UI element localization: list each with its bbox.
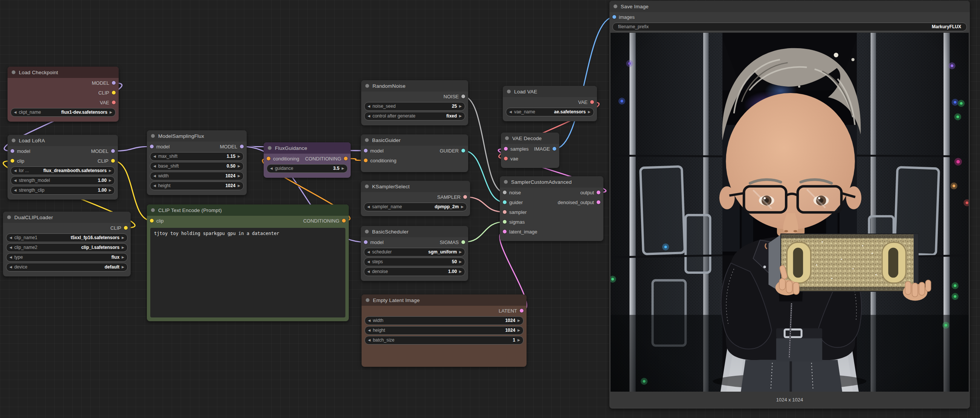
widget-increment-icon[interactable]: ▶ bbox=[238, 174, 240, 178]
input-port-model[interactable]: model bbox=[11, 148, 30, 154]
node-randomnoise[interactable]: RandomNoiseNOISE◀noise_seed25▶◀control a… bbox=[361, 80, 468, 126]
widget-increment-icon[interactable]: ▶ bbox=[122, 246, 124, 249]
widget-increment-icon[interactable]: ▶ bbox=[517, 339, 520, 342]
collapse-dot-icon[interactable] bbox=[505, 136, 509, 140]
node-clip-text-encode-prompt[interactable]: CLIP Text Encode (Prompt)clipCONDITIONIN… bbox=[147, 205, 349, 321]
input-port-dot[interactable] bbox=[364, 159, 368, 162]
widget-increment-icon[interactable]: ▶ bbox=[517, 319, 520, 323]
node-modelsamplingflux[interactable]: ModelSamplingFluxmodelMODEL◀max_shift1.1… bbox=[147, 130, 247, 195]
node-save-image[interactable]: Save Imageimagesfilename_prefixMarkuryFL… bbox=[609, 1, 970, 408]
collapse-dot-icon[interactable] bbox=[151, 134, 155, 138]
input-port-conditioning[interactable]: conditioning bbox=[267, 156, 299, 162]
widget-clip-name1[interactable]: ◀clip_name1t5xxl_fp16.safetensors▶ bbox=[6, 234, 128, 242]
node-title-bar[interactable]: Load LoRA bbox=[8, 135, 118, 146]
output-port-dot[interactable] bbox=[112, 100, 116, 104]
widget-denoise[interactable]: ◀denoise1.00▶ bbox=[364, 267, 465, 276]
input-port-dot[interactable] bbox=[364, 240, 368, 244]
output-port-noise[interactable]: NOISE bbox=[444, 94, 465, 99]
widget-decrement-icon[interactable]: ◀ bbox=[153, 165, 156, 168]
widget-filename-prefix[interactable]: filename_prefixMarkuryFLUX bbox=[612, 22, 967, 31]
widget-decrement-icon[interactable]: ◀ bbox=[10, 246, 12, 249]
widget-increment-icon[interactable]: ▶ bbox=[588, 110, 590, 114]
collapse-dot-icon[interactable] bbox=[12, 138, 16, 142]
widget-base-shift[interactable]: ◀base_shift0.50▶ bbox=[150, 162, 244, 171]
output-port-dot[interactable] bbox=[344, 157, 348, 161]
node-title-bar[interactable]: CLIP Text Encode (Prompt) bbox=[147, 205, 349, 216]
input-port-dot[interactable] bbox=[503, 200, 507, 204]
output-port-dot[interactable] bbox=[552, 147, 556, 151]
output-port-dot[interactable] bbox=[461, 95, 465, 98]
output-port-dot[interactable] bbox=[342, 219, 346, 223]
widget-control-after-generate[interactable]: ◀control after generatefixed▶ bbox=[364, 112, 465, 121]
output-port-dot[interactable] bbox=[111, 149, 115, 153]
node-title-bar[interactable]: Load VAE bbox=[503, 86, 597, 97]
input-port-dot[interactable] bbox=[150, 145, 154, 148]
collapse-dot-icon[interactable] bbox=[614, 5, 617, 8]
widget-vae-name[interactable]: ◀vae_nameae.safetensors▶ bbox=[506, 108, 594, 116]
widget-increment-icon[interactable]: ▶ bbox=[122, 265, 124, 269]
output-port-dot[interactable] bbox=[590, 100, 594, 104]
widget-increment-icon[interactable]: ▶ bbox=[459, 105, 462, 108]
node-basicscheduler[interactable]: BasicSchedulermodelSIGMAS◀schedulersgm_u… bbox=[361, 226, 468, 281]
widget-decrement-icon[interactable]: ◀ bbox=[270, 167, 273, 170]
widget-width[interactable]: ◀width1024▶ bbox=[364, 316, 523, 325]
input-port-dot[interactable] bbox=[612, 15, 616, 19]
prompt-textarea[interactable]: tjtoy toy holding sparkgpu gpu in a data… bbox=[150, 228, 345, 318]
widget-scheduler[interactable]: ◀schedulersgm_uniform▶ bbox=[364, 248, 465, 256]
output-port-vae[interactable]: VAE bbox=[100, 100, 116, 105]
input-port-noise[interactable]: noise bbox=[503, 190, 521, 195]
input-port-dot[interactable] bbox=[11, 149, 14, 153]
output-port-clip[interactable]: CLIP bbox=[98, 90, 116, 95]
input-port-images[interactable]: images bbox=[612, 14, 635, 20]
widget-increment-icon[interactable]: ▶ bbox=[459, 270, 462, 273]
widget-decrement-icon[interactable]: ◀ bbox=[368, 114, 370, 118]
widget-lor[interactable]: ◀lor ...flux_dreambooth.safetensors▶ bbox=[11, 167, 115, 175]
output-port-dot[interactable] bbox=[112, 81, 116, 85]
widget-decrement-icon[interactable]: ◀ bbox=[368, 105, 370, 108]
collapse-dot-icon[interactable] bbox=[7, 215, 11, 219]
input-port-clip[interactable]: clip bbox=[150, 218, 164, 224]
input-port-dot[interactable] bbox=[150, 219, 154, 223]
collapse-dot-icon[interactable] bbox=[365, 84, 369, 88]
collapse-dot-icon[interactable] bbox=[365, 138, 369, 142]
output-port-vae[interactable]: VAE bbox=[578, 99, 594, 105]
widget-increment-icon[interactable]: ▶ bbox=[459, 114, 462, 118]
collapse-dot-icon[interactable] bbox=[268, 146, 272, 150]
input-port-model[interactable]: model bbox=[364, 148, 383, 154]
node-samplercustomadvanced[interactable]: SamplerCustomAdvancednoiseoutputguiderde… bbox=[500, 176, 603, 241]
output-port-dot[interactable] bbox=[240, 145, 244, 148]
node-title-bar[interactable]: KSamplerSelect bbox=[361, 181, 470, 192]
widget-increment-icon[interactable]: ▶ bbox=[109, 169, 111, 172]
widget-decrement-icon[interactable]: ◀ bbox=[14, 111, 17, 114]
node-title-bar[interactable]: Save Image bbox=[609, 1, 970, 12]
output-port-latent[interactable]: LATENT bbox=[499, 308, 523, 314]
node-empty-latent-image[interactable]: Empty Latent ImageLATENT◀width1024▶◀heig… bbox=[361, 294, 527, 367]
widget-increment-icon[interactable]: ▶ bbox=[109, 189, 111, 192]
graph-canvas[interactable]: Load CheckpointMODELCLIPVAE◀ckpt_nameflu… bbox=[0, 0, 980, 418]
node-title-bar[interactable]: ModelSamplingFlux bbox=[147, 130, 247, 141]
output-port-dot[interactable] bbox=[597, 191, 600, 194]
widget-decrement-icon[interactable]: ◀ bbox=[10, 256, 12, 259]
output-port-clip[interactable]: CLIP bbox=[110, 225, 128, 231]
widget-decrement-icon[interactable]: ◀ bbox=[10, 236, 12, 240]
widget-decrement-icon[interactable]: ◀ bbox=[367, 250, 370, 254]
node-dualcliploader[interactable]: DualCLIPLoaderCLIP◀clip_name1t5xxl_fp16.… bbox=[3, 211, 131, 277]
output-port-dot[interactable] bbox=[111, 159, 115, 163]
widget-strength-model[interactable]: ◀strength_model1.00▶ bbox=[11, 176, 115, 185]
output-port-model[interactable]: MODEL bbox=[92, 80, 116, 86]
widget-decrement-icon[interactable]: ◀ bbox=[153, 184, 156, 188]
widget-steps[interactable]: ◀steps50▶ bbox=[364, 257, 465, 266]
node-load-checkpoint[interactable]: Load CheckpointMODELCLIPVAE◀ckpt_nameflu… bbox=[8, 67, 119, 122]
input-port-dot[interactable] bbox=[503, 230, 507, 234]
output-port-dot[interactable] bbox=[461, 240, 465, 244]
node-title-bar[interactable]: BasicGuider bbox=[361, 134, 468, 146]
widget-decrement-icon[interactable]: ◀ bbox=[367, 205, 370, 209]
output-port-output[interactable]: output bbox=[581, 190, 600, 195]
widget-increment-icon[interactable]: ▶ bbox=[122, 256, 124, 259]
output-port-conditioning[interactable]: CONDITIONING bbox=[303, 218, 346, 224]
widget-strength-clip[interactable]: ◀strength_clip1.00▶ bbox=[11, 186, 115, 195]
widget-increment-icon[interactable]: ▶ bbox=[238, 184, 240, 188]
input-port-model[interactable]: model bbox=[364, 240, 383, 245]
input-port-dot[interactable] bbox=[504, 147, 508, 151]
input-port-dot[interactable] bbox=[503, 220, 507, 224]
